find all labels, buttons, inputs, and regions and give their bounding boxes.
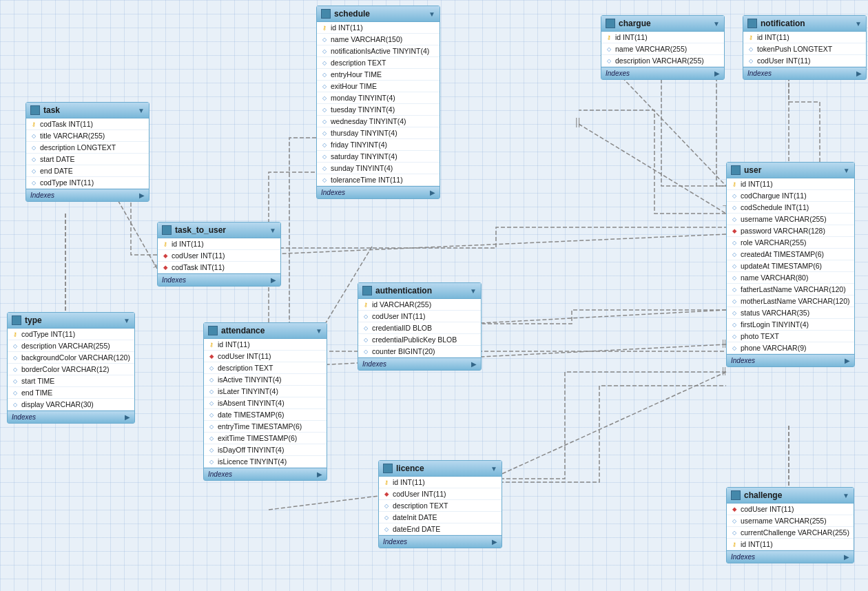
table-row: ◆password VARCHAR(128): [727, 225, 854, 237]
table-row: ◇description VARCHAR(255): [8, 340, 134, 352]
table-authentication: authentication▼⚷id VARCHAR(255)◇codUser …: [358, 282, 482, 371]
diamond-icon: ◆: [162, 252, 169, 259]
table-row: ⚷id INT(11): [727, 178, 854, 190]
table-icon: [208, 326, 218, 335]
table-collapse-arrow[interactable]: ▼: [470, 287, 477, 295]
indexes-label: Indexes: [731, 357, 755, 364]
field-label: codUser INT(11): [741, 505, 794, 513]
table-collapse-arrow[interactable]: ▼: [316, 327, 322, 335]
field-label: date TIMESTAMP(6): [218, 411, 284, 419]
svg-line-0: [579, 124, 726, 214]
table-collapse-arrow[interactable]: ▼: [428, 10, 435, 18]
diamond-outline-icon: ◇: [606, 45, 612, 52]
table-footer-challenge[interactable]: Indexes▶: [727, 550, 854, 563]
table-collapse-arrow[interactable]: ▼: [123, 317, 130, 324]
table-row: ◇date TIMESTAMP(6): [204, 409, 327, 421]
diamond-outline-icon: ◇: [606, 57, 612, 64]
table-header-licence[interactable]: licence▼: [379, 461, 502, 477]
table-row: ⚷id INT(11): [379, 477, 502, 488]
table-task: task▼⚷codTask INT(11)◇title VARCHAR(255)…: [25, 102, 149, 202]
table-row: ◇description TEXT: [379, 500, 502, 512]
table-row: ◇backgroundColor VARCHAR(120): [8, 352, 134, 364]
table-collapse-arrow[interactable]: ▼: [269, 227, 276, 234]
table-row: ◇role VARCHAR(255): [727, 237, 854, 249]
table-collapse-arrow[interactable]: ▼: [713, 20, 720, 28]
table-row: ◇entryTime TIMESTAMP(6): [204, 421, 327, 433]
table-footer-authentication[interactable]: Indexes▶: [358, 357, 481, 370]
indexes-arrow[interactable]: ▶: [139, 191, 145, 199]
table-row: ◇currentChallenge VARCHAR(255): [727, 527, 854, 539]
table-header-attendance[interactable]: attendance▼: [204, 323, 327, 339]
table-footer-task[interactable]: Indexes▶: [26, 189, 149, 201]
indexes-arrow[interactable]: ▶: [492, 538, 497, 546]
table-header-chargue[interactable]: chargue▼: [601, 16, 724, 32]
table-header-user[interactable]: user▼: [727, 163, 854, 178]
field-label: display VARCHAR(30): [21, 400, 94, 408]
table-title: licence: [396, 464, 487, 473]
indexes-arrow[interactable]: ▶: [430, 189, 435, 196]
indexes-label: Indexes: [321, 189, 345, 196]
diamond-outline-icon: ◇: [321, 48, 328, 54]
field-label: saturday TINYINT(4): [331, 152, 397, 160]
field-label: entryTime TIMESTAMP(6): [218, 422, 302, 431]
table-title: task: [43, 105, 134, 115]
table-collapse-arrow[interactable]: ▼: [490, 465, 497, 473]
field-label: status VARCHAR(35): [741, 309, 809, 317]
indexes-arrow[interactable]: ▶: [471, 360, 477, 368]
table-collapse-arrow[interactable]: ▼: [843, 492, 849, 499]
diamond-outline-icon: ◇: [30, 156, 37, 163]
table-task_to_user: task_to_user▼⚷id INT(11)◆codUser INT(11)…: [157, 222, 281, 287]
table-row: ◇dateEnd DATE: [379, 523, 502, 535]
table-footer-attendance[interactable]: Indexes▶: [204, 468, 327, 480]
table-header-authentication[interactable]: authentication▼: [358, 283, 481, 299]
table-footer-type[interactable]: Indexes▶: [8, 411, 134, 423]
field-label: codUser INT(11): [393, 490, 446, 498]
table-header-task_to_user[interactable]: task_to_user▼: [158, 222, 280, 238]
field-label: description TEXT: [393, 501, 448, 510]
table-footer-licence[interactable]: Indexes▶: [379, 535, 502, 548]
table-row: ◇firstLogin TINYINT(4): [727, 319, 854, 331]
table-header-schedule[interactable]: schedule▼: [317, 6, 440, 22]
table-row: ◇photo TEXT: [727, 331, 854, 342]
field-label: id VARCHAR(255): [372, 300, 431, 309]
indexes-arrow[interactable]: ▶: [317, 470, 322, 478]
table-header-type[interactable]: type▼: [8, 313, 134, 329]
table-row: ◇exitHour TIME: [317, 81, 440, 92]
table-row: ◇phone VARCHAR(9): [727, 342, 854, 354]
field-label: thursday TINYINT(4): [331, 129, 397, 137]
table-row: ◇updateAt TIMESTAMP(6): [727, 260, 854, 272]
table-schedule: schedule▼⚷id INT(11)◇name VARCHAR(150)◇n…: [316, 6, 440, 199]
table-header-notification[interactable]: notification▼: [743, 16, 866, 32]
table-header-task[interactable]: task▼: [26, 103, 149, 118]
table-icon: [731, 165, 741, 175]
diamond-icon: ◆: [383, 490, 390, 497]
field-label: exitTime TIMESTAMP(6): [218, 434, 297, 442]
diamond-outline-icon: ◇: [383, 514, 390, 521]
svg-line-11: [269, 496, 378, 510]
diamond-outline-icon: ◇: [731, 286, 738, 293]
table-footer-schedule[interactable]: Indexes▶: [317, 186, 440, 198]
diamond-outline-icon: ◇: [208, 435, 215, 442]
table-collapse-arrow[interactable]: ▼: [855, 20, 862, 28]
svg-text:||: ||: [722, 366, 726, 375]
indexes-arrow[interactable]: ▶: [856, 70, 862, 77]
table-collapse-arrow[interactable]: ▼: [843, 167, 850, 174]
indexes-arrow[interactable]: ▶: [845, 357, 850, 364]
indexes-arrow[interactable]: ▶: [125, 413, 130, 421]
table-row: ◇isDayOff TINYINT(4): [204, 444, 327, 456]
table-footer-chargue[interactable]: Indexes▶: [601, 67, 724, 79]
table-row: ◇isLicence TINYINT(4): [204, 456, 327, 468]
table-footer-notification[interactable]: Indexes▶: [743, 67, 866, 79]
diamond-outline-icon: ◇: [208, 376, 215, 383]
indexes-arrow[interactable]: ▶: [271, 276, 276, 284]
indexes-arrow[interactable]: ▶: [844, 553, 849, 561]
diamond-outline-icon: ◇: [12, 389, 19, 396]
table-row: ⚷id INT(11): [743, 32, 866, 43]
indexes-label: Indexes: [362, 360, 386, 368]
table-header-challenge[interactable]: challenge▼: [727, 488, 854, 504]
table-footer-task_to_user[interactable]: Indexes▶: [158, 273, 280, 286]
table-footer-user[interactable]: Indexes▶: [727, 354, 854, 366]
indexes-arrow[interactable]: ▶: [714, 70, 720, 77]
table-collapse-arrow[interactable]: ▼: [138, 107, 145, 114]
table-row: ◇description VARCHAR(255): [601, 55, 724, 67]
